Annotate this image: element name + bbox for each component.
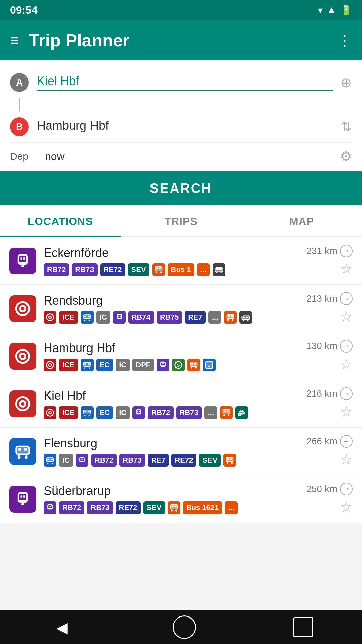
- svg-rect-72: [227, 410, 229, 412]
- navigate-icon[interactable]: →: [340, 245, 353, 257]
- location-name: Flensburg: [44, 436, 299, 450]
- list-item[interactable]: Kiel Hbf ICEECICRB72RB73... 216 km → ☆: [0, 380, 362, 428]
- svg-point-25: [232, 319, 233, 321]
- location-right: 216 km → ☆: [306, 387, 353, 420]
- route-badge-icon: [223, 454, 236, 467]
- route-badge-icon: [81, 406, 94, 419]
- svg-rect-18: [88, 315, 89, 317]
- recents-button[interactable]: [293, 617, 313, 637]
- location-icon: [9, 248, 36, 274]
- destination-input[interactable]: [37, 119, 333, 135]
- svg-rect-92: [49, 506, 50, 507]
- route-badge-icon: [213, 263, 225, 276]
- route-badges: ICEICRB74RB75RE7...: [44, 311, 299, 324]
- svg-rect-40: [84, 363, 86, 364]
- app-bar: ≡ Trip Planner ⋮: [0, 20, 362, 60]
- route-badge: RE7: [185, 311, 206, 324]
- route-badge: ICE: [59, 311, 78, 324]
- route-badge-icon: U: [203, 359, 216, 371]
- svg-point-42: [84, 367, 85, 369]
- svg-rect-26: [228, 315, 230, 317]
- route-badge-icon: [239, 311, 252, 324]
- route-badge-icon: [44, 359, 56, 371]
- svg-rect-5: [215, 268, 223, 272]
- route-badge: RB74: [128, 311, 154, 324]
- tab-trips[interactable]: TRIPS: [121, 206, 241, 236]
- favorite-star[interactable]: ☆: [340, 499, 353, 515]
- navigate-icon[interactable]: →: [340, 483, 353, 495]
- location-info: Süderbrarup RB72RB73RE72SEVBus 1621...: [44, 484, 299, 514]
- menu-icon[interactable]: ≡: [10, 32, 19, 49]
- svg-point-77: [25, 456, 28, 459]
- connector-line: [19, 98, 20, 111]
- route-badge: SEV: [199, 454, 221, 467]
- navigate-icon[interactable]: →: [340, 435, 353, 448]
- location-info: Hamburg Hbf ICEECICDPFSU: [44, 341, 299, 371]
- location-right: 213 km → ☆: [306, 292, 353, 325]
- origin-row: A ⊕: [10, 67, 352, 98]
- svg-rect-27: [231, 315, 233, 317]
- swap-icon[interactable]: ⇅: [341, 119, 352, 135]
- favorite-star[interactable]: ☆: [340, 308, 353, 325]
- route-badges: ICEECICRB72RB73...: [44, 406, 299, 419]
- location-info: Rendsburg ICEICRB74RB75RE7...: [44, 293, 299, 324]
- route-badge: ...: [208, 311, 221, 324]
- svg-rect-21: [118, 315, 119, 316]
- svg-point-96: [175, 509, 177, 511]
- list-item[interactable]: Rendsburg ICEICRB74RB75RE7... 213 km → ☆: [0, 285, 362, 332]
- tab-map[interactable]: MAP: [241, 206, 362, 236]
- list-item[interactable]: Eckernförde RB72RB73RE72SEVBus 1... 231 …: [0, 237, 362, 285]
- route-badge: IC: [59, 454, 73, 467]
- location-icon: [9, 295, 36, 322]
- route-badge: RB72: [59, 501, 84, 514]
- svg-point-88: [227, 462, 228, 464]
- svg-rect-66: [137, 411, 138, 412]
- route-badge-icon: S: [172, 359, 185, 371]
- favorite-star[interactable]: ☆: [340, 356, 353, 372]
- search-panel: A ⊕ B ⇅ Dep now ⚙: [0, 60, 362, 171]
- gps-icon[interactable]: ⊕: [341, 75, 352, 90]
- settings-icon[interactable]: ⚙: [340, 149, 352, 164]
- route-badge-icon: [157, 359, 169, 371]
- tab-locations[interactable]: LOCATIONS: [0, 206, 121, 236]
- route-badge-icon: [76, 454, 88, 467]
- svg-point-24: [227, 319, 229, 321]
- route-badge: EC: [96, 359, 113, 371]
- svg-rect-91: [230, 458, 233, 460]
- svg-rect-75: [24, 448, 27, 451]
- favorite-star[interactable]: ☆: [340, 404, 353, 420]
- location-right: 266 km → ☆: [306, 435, 353, 468]
- location-info: Flensburg ICRB72RB73RE7RE72SEV: [44, 436, 299, 467]
- svg-rect-98: [174, 505, 177, 507]
- route-badge: RB75: [157, 311, 182, 324]
- more-options-icon[interactable]: ⋮: [337, 32, 352, 49]
- home-button[interactable]: [173, 615, 196, 639]
- location-name: Hamburg Hbf: [44, 341, 299, 355]
- svg-point-49: [191, 367, 192, 368]
- route-badge: RB72: [44, 263, 69, 276]
- svg-rect-74: [18, 448, 21, 451]
- back-button[interactable]: ◀: [49, 614, 75, 641]
- origin-input[interactable]: [37, 74, 333, 91]
- navigate-icon[interactable]: →: [340, 340, 353, 353]
- favorite-star[interactable]: ☆: [340, 261, 353, 277]
- navigate-icon[interactable]: →: [340, 292, 353, 305]
- location-icon: [9, 438, 36, 465]
- list-item[interactable]: Süderbrarup RB72RB73RE72SEVBus 1621... 2…: [0, 475, 362, 523]
- svg-rect-8: [216, 269, 219, 270]
- list-item[interactable]: Flensburg ICRB72RB73RE7RE72SEV 266 km → …: [0, 428, 362, 475]
- location-icon: [9, 486, 36, 513]
- search-button[interactable]: SEARCH: [0, 171, 362, 205]
- origin-input-wrap: [37, 74, 333, 91]
- svg-rect-31: [243, 317, 246, 318]
- route-badge: RB73: [87, 501, 113, 514]
- list-item[interactable]: Hamburg Hbf ICEECICDPFSU 130 km → ☆: [0, 332, 362, 380]
- location-name: Süderbrarup: [44, 484, 299, 498]
- navigate-icon[interactable]: →: [340, 387, 353, 400]
- dep-value[interactable]: now: [45, 150, 332, 163]
- favorite-star[interactable]: ☆: [340, 451, 353, 468]
- tabs: LOCATIONS TRIPS MAP: [0, 206, 362, 237]
- svg-point-7: [220, 272, 222, 273]
- svg-rect-41: [88, 363, 89, 364]
- route-badges: ICEECICDPFSU: [44, 359, 299, 371]
